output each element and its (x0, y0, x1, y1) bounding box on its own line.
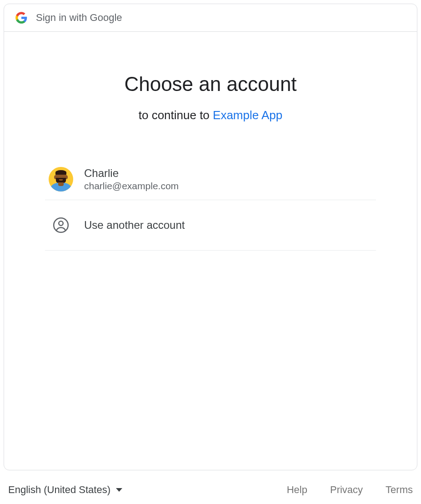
language-text: English (United States) (8, 484, 110, 496)
app-name-link[interactable]: Example App (213, 108, 282, 122)
google-logo-icon (15, 11, 28, 24)
account-info: Charlie charlie@example.com (84, 167, 179, 192)
signin-card: Sign in with Google Choose an account to… (4, 4, 417, 470)
page-title: Choose an account (45, 73, 376, 96)
terms-link[interactable]: Terms (386, 484, 413, 496)
language-selector[interactable]: English (United States) (8, 484, 122, 496)
subtitle-prefix: to continue to (139, 108, 213, 122)
page-subtitle: to continue to Example App (45, 108, 376, 122)
svg-point-1 (59, 221, 63, 226)
card-header: Sign in with Google (4, 4, 417, 32)
privacy-link[interactable]: Privacy (330, 484, 363, 496)
account-row[interactable]: Charlie charlie@example.com (45, 159, 376, 200)
use-another-account-row[interactable]: Use another account (45, 200, 376, 251)
person-circle-icon (49, 213, 73, 237)
use-another-account-label: Use another account (84, 219, 185, 232)
help-link[interactable]: Help (287, 484, 307, 496)
footer-links: Help Privacy Terms (287, 484, 413, 496)
header-text: Sign in with Google (36, 12, 122, 24)
card-body: Choose an account to continue to Example… (4, 32, 417, 470)
account-name: Charlie (84, 167, 179, 180)
chevron-down-icon (116, 488, 122, 492)
account-list: Charlie charlie@example.com Use another … (45, 159, 376, 251)
avatar (49, 167, 73, 192)
account-email: charlie@example.com (84, 181, 179, 192)
footer: English (United States) Help Privacy Ter… (4, 470, 417, 500)
